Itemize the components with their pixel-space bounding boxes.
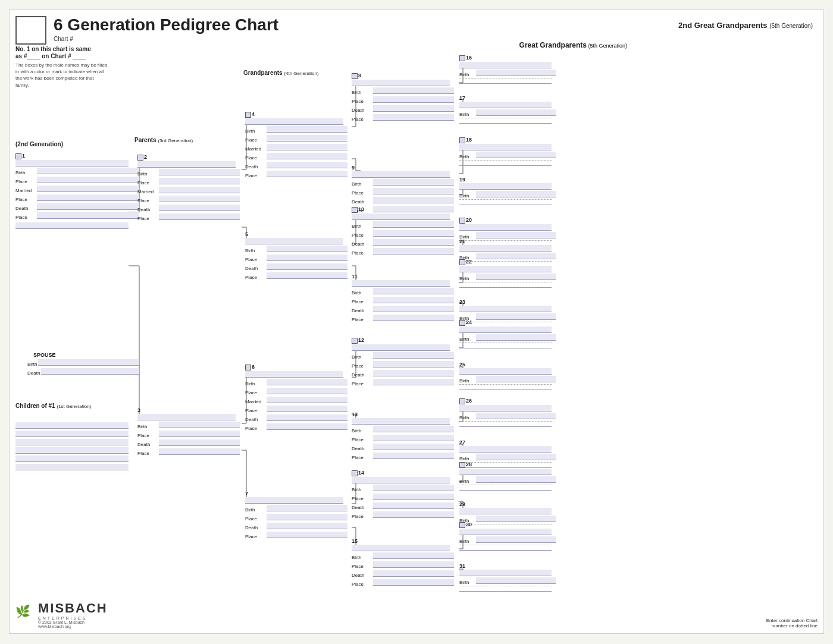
person-15-block: 15 Birth Place Death Place [352, 538, 454, 587]
p4-checkbox[interactable] [245, 112, 251, 118]
gen5-label: Grandparents (4th Generation) [243, 70, 319, 76]
p1-place-row: Place [15, 176, 139, 184]
gen5-label-area: Great Grandparents (5th Generation) [519, 41, 627, 49]
p1-checkbox[interactable] [15, 153, 21, 159]
gen4-label: Parents (3rd Generation) [134, 137, 193, 143]
spouse-block: SPOUSE Birth Death [15, 352, 139, 376]
person-4-block: 4 Birth Place Married Place Death Place [245, 111, 347, 178]
website: www.Misbach.org [38, 624, 108, 629]
p3-num: 3 [137, 407, 140, 413]
p5-num: 5 [245, 231, 248, 237]
person-11-block: 11 Birth Place Death Place [352, 274, 454, 322]
p2-birth-row: Birth [137, 168, 240, 177]
person-14-block: 14 Birth Place Death Place [352, 470, 454, 519]
no1-info: No. 1 on this chart is same as # on Char… [15, 46, 108, 89]
p6-num: 6 [252, 364, 255, 370]
p7-num: 7 [245, 491, 248, 497]
p6-checkbox[interactable] [245, 365, 251, 370]
p2-mplace-line[interactable] [159, 196, 240, 202]
children-lines [15, 420, 137, 471]
p1-birth-row: Birth [15, 167, 139, 175]
p1-death-row: Death [15, 203, 139, 211]
p1-death-line[interactable] [37, 203, 139, 210]
gen6-label: 2nd Great Grandparents (6th Generation) [678, 21, 813, 30]
p1-dplace-row: Place [15, 212, 139, 220]
p4-num: 4 [252, 111, 255, 117]
person-19-block: 19 Birth [459, 177, 556, 206]
p8-checkbox[interactable] [352, 73, 358, 79]
gen3-label: Children of #1 (1st Generation) [15, 403, 91, 409]
p1-birth-line[interactable] [37, 168, 139, 174]
person-26-block: 26 Birth [459, 398, 556, 428]
p2-name-line[interactable] [137, 161, 236, 168]
p1-extra-line[interactable] [15, 222, 129, 229]
person-25-block: 25 Birth [459, 362, 556, 391]
person-8-block: 8 Birth Place Death Place [352, 73, 454, 122]
gen2-label: (2nd Generation) [15, 141, 63, 147]
person-13-block: 13 Birth Place Death Place [352, 411, 454, 460]
logo-area: 🌿 MISBACH ENTERPRISES © 2002 Grant L. Mi… [15, 601, 108, 629]
person-5-block: 5 Birth Place Death Place [245, 231, 347, 280]
person-10-block: 10 Birth Place Death Place [352, 206, 454, 256]
person-30-block: 30 Birth [459, 522, 556, 551]
page: 6 Generation Pedigree Chart Chart # 2nd … [9, 10, 824, 634]
p1-dplace-line[interactable] [37, 212, 139, 219]
person-7-block: 7 Birth Place Death Place [245, 491, 347, 539]
logo-sub: ENTERPRISES [38, 616, 108, 620]
p2-dplace-line[interactable] [159, 213, 240, 220]
copyright: © 2002 Grant L. Misbach [38, 620, 108, 624]
person-28-block: 28 Birth [459, 461, 556, 491]
spouse-death-row: Death [15, 367, 139, 376]
p1-num: 1 [22, 153, 25, 159]
p1-mplace-line[interactable] [37, 194, 139, 201]
p3-name-line[interactable] [137, 414, 236, 420]
logo-text: MISBACH [38, 601, 108, 616]
child-line-1[interactable] [15, 422, 129, 429]
child-line-3[interactable] [15, 439, 129, 445]
p2-place-line[interactable] [159, 178, 240, 184]
spouse-birth-line[interactable] [38, 359, 139, 366]
header-box [15, 16, 46, 45]
p2-checkbox[interactable] [137, 155, 143, 161]
person-3-block: 3 Birth Place Death Place [137, 407, 240, 456]
child-line-5[interactable] [15, 455, 129, 462]
note-text: The boxes by the male names may be fille… [15, 62, 108, 89]
person-31-block: 31 Birth [459, 563, 556, 592]
p1-name-line[interactable] [15, 160, 129, 167]
spouse-label: SPOUSE [15, 352, 139, 358]
person-24-block: 24 Birth [459, 319, 556, 349]
p3-death-line[interactable] [159, 439, 240, 446]
person-1-block: 1 Birth Place Married Place Death Place [15, 153, 139, 230]
page-title: 6 Generation Pedigree Chart [54, 16, 278, 34]
p2-birth-line[interactable] [159, 169, 240, 175]
p4-name-line[interactable] [245, 118, 343, 125]
chart-number-label: Chart # [54, 36, 278, 42]
p2-death-line[interactable] [159, 205, 240, 211]
p1-mplace-row: Place [15, 194, 139, 202]
p2-num: 2 [144, 154, 147, 160]
p1-married-line[interactable] [37, 186, 139, 192]
p1-married-row: Married [15, 185, 139, 193]
person-18-block: 18 Birth [459, 137, 556, 167]
person-22-block: 22 Birth [459, 259, 556, 288]
p1-place-line[interactable] [37, 177, 139, 183]
child-line-6[interactable] [15, 464, 129, 470]
person-6-block: 6 Birth Place Married Place Death Place [245, 364, 347, 431]
p3-birth-line[interactable] [159, 422, 240, 428]
continuation-note: Enter continuation Chart number on dotte… [766, 618, 818, 629]
person-16-block: 16 Birth [459, 55, 556, 84]
child-line-4[interactable] [15, 447, 129, 454]
spouse-death-line[interactable] [41, 368, 139, 375]
person-2-block: 2 Birth Place Married Place Death Place [137, 154, 240, 221]
spouse-birth-row: Birth [15, 359, 139, 367]
child-line-2[interactable] [15, 431, 129, 437]
p3-place-line[interactable] [159, 431, 240, 437]
gen6-label-area: 2nd Great Grandparents (6th Generation) [678, 21, 813, 30]
person-17-block: 17 Birth [459, 95, 556, 124]
p2-married-line[interactable] [159, 187, 240, 193]
person-12-block: 12 Birth Place Death Place [352, 337, 454, 387]
p3-dplace-line[interactable] [159, 448, 240, 455]
